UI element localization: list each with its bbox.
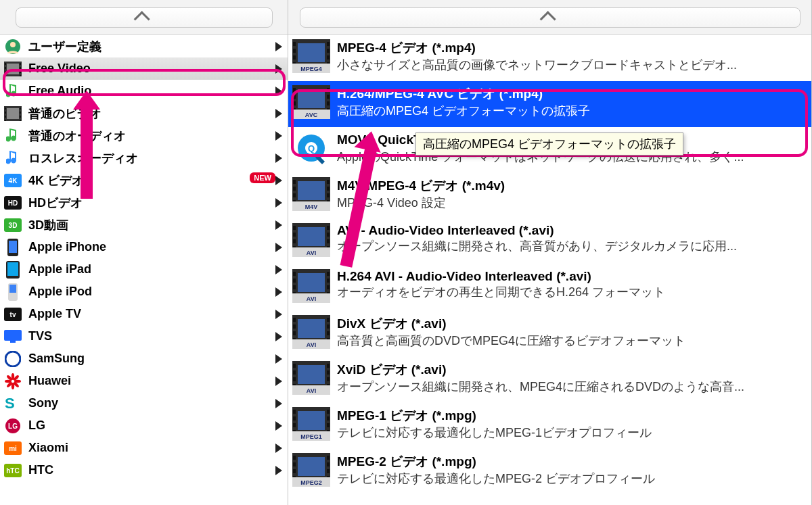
format-title: MPEG-4 ビデオ (*.mp4): [337, 39, 805, 57]
svg-text:LG: LG: [8, 423, 18, 430]
new-badge: NEW: [250, 172, 275, 183]
format-item-5[interactable]: AVIH.264 AVI - Audio-Video Interleaved (…: [288, 265, 811, 311]
format-desc: 小さなサイズと高品質の画像でネットワークブロードキャストとビデオ...: [337, 57, 805, 73]
category-item-11[interactable]: Apple iPod: [0, 281, 288, 303]
svg-rect-117: [293, 279, 296, 283]
format-item-7[interactable]: AVIXviD ビデオ (*.avi)オープンソース組織に開発され、MPEG4に…: [288, 357, 811, 403]
format-thumb-icon: MPEG4: [292, 39, 330, 73]
category-item-19[interactable]: hTCHTC: [0, 459, 288, 481]
huawei-icon: [4, 372, 22, 390]
format-item-3[interactable]: M4VM4V MPEG-4 ビデオ (*.m4v)MPEG-4 Video 設定: [288, 173, 811, 219]
svg-rect-156: [298, 411, 325, 430]
format-thumb-icon: MPEG1: [292, 407, 330, 441]
svg-rect-160: [327, 416, 330, 420]
chevron-right-icon: [275, 466, 282, 475]
svg-rect-88: [327, 180, 330, 184]
format-item-8[interactable]: MPEG1MPEG-1 ビデオ (*.mpg)テレビに対応する最適化したMPEG…: [288, 403, 811, 449]
chevron-right-icon: [275, 287, 282, 297]
category-item-16[interactable]: SSony: [0, 392, 288, 414]
svg-rect-33: [9, 285, 16, 293]
format-thumb-icon: AVI: [292, 269, 330, 303]
svg-rect-105: [293, 239, 296, 243]
svg-point-38: [5, 352, 20, 366]
category-item-4[interactable]: 普通のオーディオ: [0, 124, 288, 147]
category-item-3[interactable]: 普通のビデオ: [0, 102, 288, 124]
format-item-9[interactable]: MPEG2MPEG-2 ビデオ (*.mpg)テレビに対応する最適化したMPEG…: [288, 449, 811, 495]
format-item-6[interactable]: AVIDivX ビデオ (*.avi)高音質と高画質のDVDでMPEG4に圧縮す…: [288, 311, 811, 357]
svg-rect-143: [293, 364, 296, 368]
category-label: TVS: [28, 329, 275, 343]
category-item-0[interactable]: ユーザー定義: [0, 35, 288, 57]
category-item-7[interactable]: HDHDビデオ: [0, 191, 288, 214]
svg-rect-89: [293, 187, 296, 191]
svg-rect-128: [298, 319, 325, 338]
svg-rect-72: [293, 95, 296, 99]
format-texts: H.264 AVI - Audio-Video Interleaved (*.a…: [337, 269, 805, 300]
category-item-15[interactable]: Huawei: [0, 370, 288, 392]
category-label: SamSung: [28, 352, 275, 366]
category-item-1[interactable]: Free Video: [0, 57, 288, 80]
svg-rect-16: [5, 112, 6, 114]
svg-rect-58: [293, 49, 296, 53]
category-label: Huawei: [28, 374, 275, 388]
svg-rect-29: [9, 241, 17, 253]
note-green-icon: [4, 127, 22, 145]
lg-icon: LG: [4, 417, 22, 435]
category-item-8[interactable]: 3D3D動画: [0, 214, 288, 236]
category-label: HDビデオ: [28, 195, 275, 211]
svg-text:MPEG1: MPEG1: [300, 433, 322, 440]
category-item-13[interactable]: TVS: [0, 325, 288, 347]
svg-text:HD: HD: [8, 199, 18, 207]
scroll-up-button-left[interactable]: [0, 0, 288, 35]
svg-rect-101: [293, 226, 296, 230]
svg-rect-116: [327, 272, 330, 276]
svg-rect-120: [327, 285, 330, 289]
category-item-6[interactable]: 4K4K ビデオNEW: [0, 169, 288, 191]
svg-rect-61: [327, 55, 330, 59]
category-item-10[interactable]: Apple iPad: [0, 258, 288, 281]
svg-rect-145: [293, 370, 296, 375]
chevron-right-icon: [275, 265, 282, 274]
svg-text:AVC: AVC: [305, 112, 318, 118]
svg-rect-55: [298, 43, 325, 62]
category-item-12[interactable]: tvApple TV: [0, 303, 288, 325]
svg-rect-147: [293, 377, 296, 381]
category-label: ユーザー定義: [28, 39, 275, 55]
format-thumb-icon: AVI: [292, 315, 330, 349]
4k-icon: 4K: [4, 172, 22, 189]
format-item-1[interactable]: AVCH.264/MPEG-4 AVC ビデオ (*.mp4)高圧縮のMPEG4…: [288, 81, 811, 127]
scroll-up-button-right[interactable]: [288, 0, 811, 35]
format-title: AVI - Audio-Video Interleaved (*.avi): [337, 223, 805, 238]
chevron-right-icon: [275, 87, 282, 96]
format-thumb-icon: AVC: [292, 85, 330, 119]
svg-text:S: S: [5, 395, 15, 412]
format-thumb-icon: Q: [292, 131, 330, 165]
category-item-5[interactable]: ロスレスオーディオ: [0, 147, 288, 169]
format-desc: 高音質と高画質のDVDでMPEG4に圧縮するビデオフォーマット: [337, 333, 805, 349]
category-item-2[interactable]: Free Audio: [0, 80, 288, 102]
svg-rect-15: [20, 107, 21, 110]
svg-rect-173: [293, 462, 296, 466]
hd-icon: HD: [4, 194, 22, 212]
svg-rect-60: [293, 55, 296, 59]
user-icon: [4, 38, 22, 55]
chevron-right-icon: [275, 198, 282, 208]
svg-rect-161: [293, 423, 296, 427]
category-item-18[interactable]: miXiaomi: [0, 437, 288, 459]
format-item-0[interactable]: MPEG4MPEG-4 ビデオ (*.mp4)小さなサイズと高品質の画像でネット…: [288, 35, 811, 81]
svg-rect-131: [293, 324, 296, 329]
svg-rect-57: [327, 42, 330, 46]
svg-text:M4V: M4V: [305, 203, 318, 210]
svg-rect-114: [298, 273, 325, 292]
chevron-right-icon: [275, 421, 282, 431]
svg-rect-148: [327, 377, 330, 381]
format-item-4[interactable]: AVIAVI - Audio-Video Interleaved (*.avi)…: [288, 219, 811, 265]
chevron-right-icon: [275, 109, 282, 118]
svg-rect-13: [7, 108, 19, 119]
category-item-14[interactable]: SamSung: [0, 347, 288, 370]
category-item-17[interactable]: LGLG: [0, 414, 288, 437]
category-item-9[interactable]: Apple iPhone: [0, 236, 288, 258]
note-blue-icon: [4, 149, 22, 167]
svg-rect-159: [293, 416, 296, 420]
chevron-right-icon: [275, 131, 282, 141]
